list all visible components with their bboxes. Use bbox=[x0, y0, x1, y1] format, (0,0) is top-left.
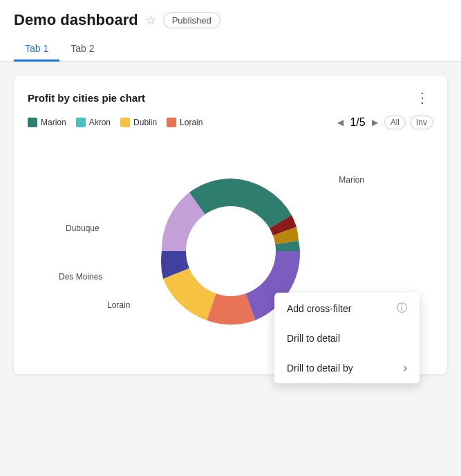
legend-item-marion: Marion bbox=[28, 118, 66, 127]
legend-color-lorain bbox=[167, 118, 176, 127]
chart-card: Profit by cities pie chart ⋮ Marion Akro… bbox=[14, 75, 447, 374]
legend-color-dublin bbox=[120, 118, 130, 127]
context-menu-drill-detail-by[interactable]: Drill to detail by › bbox=[274, 353, 420, 383]
title-row: Demo dashboard ☆ Published bbox=[14, 11, 447, 29]
context-menu: Add cross-filter ⓘ Drill to detail Drill… bbox=[274, 293, 420, 383]
chevron-right-icon: › bbox=[404, 362, 407, 374]
tab-1[interactable]: Tab 1 bbox=[14, 37, 59, 62]
legend-label-dublin: Dublin bbox=[133, 118, 157, 127]
legend-label-lorain: Lorain bbox=[180, 118, 203, 127]
legend-label-marion: Marion bbox=[41, 118, 66, 127]
context-menu-add-crossfilter-label: Add cross-filter bbox=[287, 303, 351, 314]
label-marion: Marion bbox=[339, 175, 364, 185]
legend-label-akron: Akron bbox=[89, 118, 111, 127]
more-options-icon[interactable]: ⋮ bbox=[411, 88, 433, 107]
chart-area: Marion Dubuque Des Moines Lorain Dublin … bbox=[28, 140, 433, 362]
legend-controls: ◀ 1/5 ▶ All Inv bbox=[335, 116, 433, 129]
dashboard-title: Demo dashboard bbox=[14, 11, 138, 29]
context-menu-drill-detail[interactable]: Drill to detail bbox=[274, 324, 420, 353]
label-dubuque: Dubuque bbox=[66, 223, 100, 233]
legend-next-button[interactable]: ▶ bbox=[370, 116, 380, 129]
legend-item-akron: Akron bbox=[76, 118, 111, 127]
donut-hole bbox=[186, 206, 276, 296]
legend-page: 1/5 bbox=[350, 116, 365, 129]
page-header: Demo dashboard ☆ Published Tab 1 Tab 2 bbox=[0, 0, 461, 62]
label-lorain: Lorain bbox=[107, 300, 130, 310]
favorite-icon[interactable]: ☆ bbox=[145, 12, 156, 28]
tab-2[interactable]: Tab 2 bbox=[59, 37, 105, 62]
chart-header: Profit by cities pie chart ⋮ bbox=[28, 88, 433, 107]
chart-legend: Marion Akron Dublin Lorain ◀ 1/5 ▶ All I… bbox=[28, 116, 433, 129]
label-desmoines: Des Moines bbox=[59, 272, 102, 282]
info-icon: ⓘ bbox=[397, 302, 407, 315]
main-content: Profit by cities pie chart ⋮ Marion Akro… bbox=[0, 62, 461, 388]
status-badge: Published bbox=[163, 12, 220, 28]
legend-item-dublin: Dublin bbox=[120, 118, 157, 127]
legend-item-lorain: Lorain bbox=[167, 118, 203, 127]
legend-color-marion bbox=[28, 118, 37, 127]
filter-inv-button[interactable]: Inv bbox=[410, 116, 433, 129]
legend-color-akron bbox=[76, 118, 86, 127]
tab-bar: Tab 1 Tab 2 bbox=[14, 37, 447, 61]
context-menu-drill-detail-label: Drill to detail bbox=[287, 333, 340, 344]
context-menu-add-crossfilter[interactable]: Add cross-filter ⓘ bbox=[274, 293, 420, 324]
context-menu-drill-detail-by-label: Drill to detail by bbox=[287, 363, 353, 374]
legend-prev-button[interactable]: ◀ bbox=[335, 116, 346, 129]
filter-all-button[interactable]: All bbox=[384, 116, 406, 129]
chart-title: Profit by cities pie chart bbox=[28, 92, 145, 104]
